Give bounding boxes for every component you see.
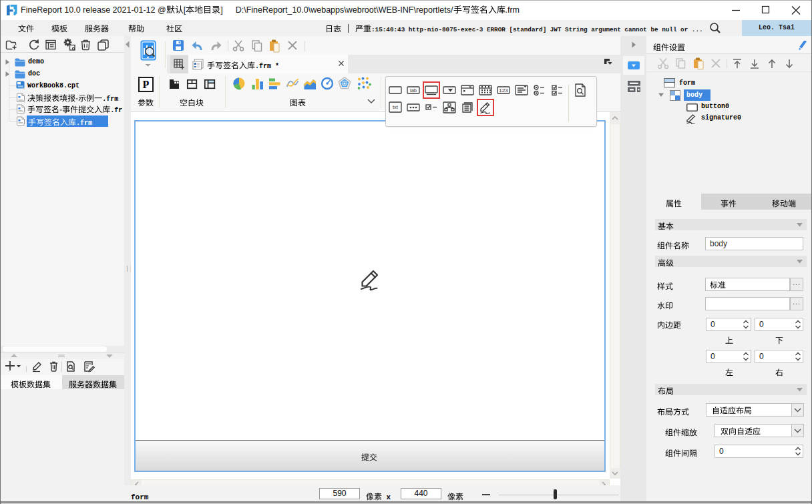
svg-text:lab: lab — [410, 87, 417, 93]
svg-text:txt: txt — [393, 104, 399, 110]
svg-text:123: 123 — [499, 87, 508, 93]
